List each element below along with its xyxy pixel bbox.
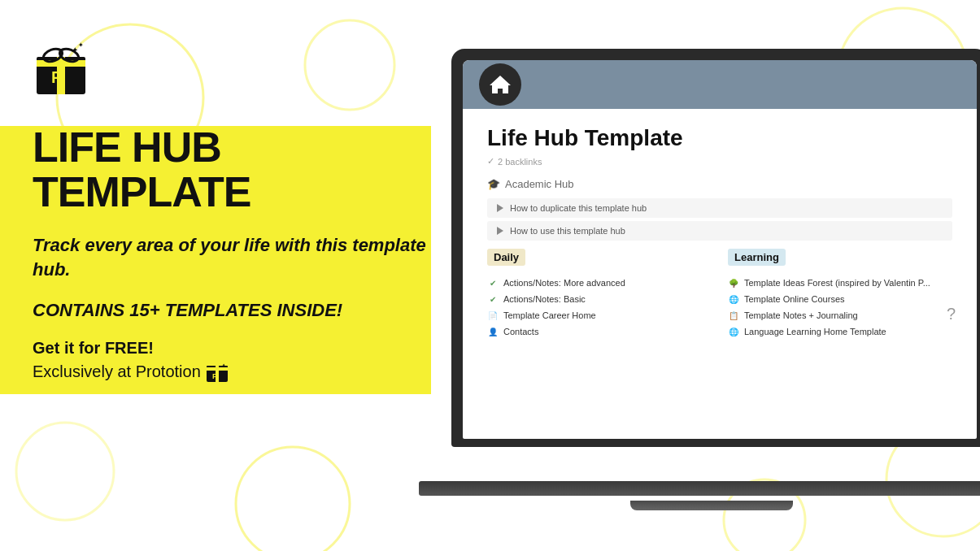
- notion-page-title: Life Hub Template: [487, 125, 952, 151]
- ideas-icon: 🌳: [728, 277, 739, 289]
- notion-toggle-2[interactable]: How to use this template hub: [487, 221, 952, 241]
- page-title: LIFE HUB TEMPLATE: [33, 125, 447, 214]
- notes-icon: 📋: [728, 310, 739, 321]
- svg-text:P: P: [51, 68, 62, 86]
- cta-exclusive-text: Exclusively at Prototion P ✦: [33, 361, 447, 384]
- screen-content: Life Hub Template ✓ 2 backlinks 🎓 Academ…: [463, 60, 977, 439]
- screen-bezel: Life Hub Template ✓ 2 backlinks 🎓 Academ…: [463, 60, 977, 439]
- logo-area: P ✦ ✦: [33, 41, 447, 101]
- hero-description: Track every area of your life with this …: [33, 233, 447, 281]
- list-item[interactable]: 📋 Template Notes + Journaling: [728, 310, 952, 321]
- laptop-stand: [630, 501, 793, 510]
- left-content-area: P ✦ ✦ LIFE HUB TEMPLATE Track every area…: [33, 41, 447, 384]
- toggle-arrow-2: [497, 227, 503, 235]
- notion-daily-col: Daily ✔ Actions/Notes: More advanced ✔ A…: [487, 249, 712, 342]
- cta-free-bold: FREE!: [105, 339, 154, 357]
- online-courses-icon: 🌐: [728, 293, 739, 305]
- svg-point-1: [236, 447, 350, 551]
- svg-point-6: [16, 423, 114, 520]
- svg-rect-11: [37, 60, 85, 67]
- notion-backlinks: ✓ 2 backlinks: [487, 156, 952, 167]
- laptop-base: [419, 481, 980, 496]
- academic-icon: 🎓: [487, 178, 500, 190]
- notion-two-col-section: Daily ✔ Actions/Notes: More advanced ✔ A…: [487, 249, 952, 342]
- laptop-mockup: Life Hub Template ✓ 2 backlinks 🎓 Academ…: [419, 49, 980, 520]
- cta-free-text: Get it for FREE!: [33, 339, 447, 358]
- page-icon: 📄: [487, 310, 499, 321]
- notion-toggle-1[interactable]: How to duplicate this template hub: [487, 198, 952, 218]
- check-circle-icon: ✔: [487, 277, 499, 289]
- list-item[interactable]: 👤 Contacts: [487, 326, 712, 337]
- svg-rect-20: [207, 367, 228, 371]
- list-item[interactable]: 🌳 Template Ideas Forest (inspired by Val…: [728, 277, 952, 289]
- laptop-body: Life Hub Template ✓ 2 backlinks 🎓 Academ…: [451, 49, 980, 447]
- daily-header: Daily: [487, 249, 525, 266]
- notion-home-icon: [479, 63, 521, 106]
- language-icon: 🌐: [728, 326, 739, 337]
- list-item[interactable]: ✔ Actions/Notes: Basic: [487, 293, 712, 305]
- list-item[interactable]: ✔ Actions/Notes: More advanced: [487, 277, 712, 289]
- prototion-small-icon: P ✦: [206, 361, 229, 384]
- list-item[interactable]: 📄 Template Career Home: [487, 310, 712, 321]
- notion-header: [463, 60, 977, 109]
- list-item[interactable]: 🌐 Template Online Courses: [728, 293, 952, 305]
- learning-header: Learning: [728, 249, 786, 266]
- svg-text:P: P: [212, 372, 217, 380]
- notion-academic-hub-link[interactable]: 🎓 Academic Hub: [487, 178, 952, 190]
- notion-page-body: Life Hub Template ✓ 2 backlinks 🎓 Academ…: [463, 109, 977, 358]
- svg-text:✦: ✦: [222, 362, 225, 367]
- check-circle-icon: ✔: [487, 293, 499, 305]
- svg-text:✦: ✦: [72, 46, 78, 54]
- list-item[interactable]: 🌐 Language Learning Home Template: [728, 326, 952, 337]
- notion-learning-col: Learning 🌳 Template Ideas Forest (inspir…: [728, 249, 952, 342]
- svg-text:✦: ✦: [78, 41, 84, 49]
- toggle-arrow-1: [497, 204, 503, 212]
- question-mark-badge: ?: [947, 305, 956, 323]
- cta-area: Get it for FREE! Exclusively at Prototio…: [33, 339, 447, 384]
- prototion-logo-icon: P ✦ ✦: [33, 41, 89, 98]
- contacts-icon: 👤: [487, 326, 499, 337]
- hero-contains: CONTAINS 15+ TEMPLATES INSIDE!: [33, 300, 447, 321]
